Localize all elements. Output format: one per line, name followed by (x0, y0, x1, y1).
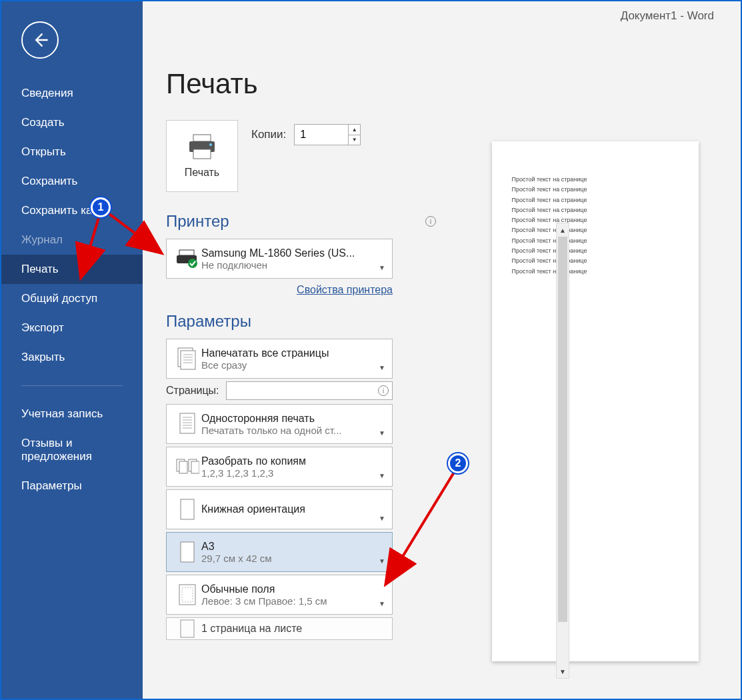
per-sheet-icon (179, 619, 196, 639)
back-button[interactable] (21, 21, 59, 59)
preview-line: Простой текст на странице (512, 205, 679, 215)
margins-sub: Левое: 3 см Правое: 1,5 см (201, 595, 385, 607)
backstage-sidebar: Сведения Создать Открыть Сохранить Сохра… (1, 1, 143, 699)
collate-sub: 1,2,3 1,2,3 1,2,3 (201, 467, 385, 479)
svg-rect-22 (191, 461, 199, 473)
spin-up-icon[interactable]: ▲ (348, 125, 360, 135)
svg-rect-23 (181, 499, 194, 519)
scroll-thumb[interactable] (558, 237, 567, 622)
svg-point-6 (188, 259, 197, 268)
pages-input[interactable] (226, 381, 393, 400)
chevron-down-icon: ▼ (379, 515, 385, 522)
chevron-down-icon: ▼ (379, 472, 385, 479)
svg-rect-13 (180, 413, 195, 433)
duplex-selector[interactable]: Односторонняя печать Печатать только на … (166, 404, 393, 444)
window-title: Документ1 - Word (621, 9, 714, 23)
pages-per-sheet-selector[interactable]: 1 страница на листе (166, 617, 393, 640)
settings-section-title: Параметры (166, 312, 251, 331)
nav-separator (21, 385, 123, 386)
nav-item-save[interactable]: Сохранить (1, 167, 143, 196)
print-preview: Простой текст на странице Простой текст … (436, 1, 741, 699)
printer-status: Не подключен (201, 259, 385, 271)
preview-line: Простой текст на странице (512, 225, 679, 235)
paper-sub: 29,7 см x 42 см (201, 553, 385, 564)
margins-selector[interactable]: Обычные поля Левое: 3 см Правое: 1,5 см … (166, 575, 393, 615)
nav-item-history: Журнал (1, 225, 143, 255)
nav-item-close[interactable]: Закрыть (1, 343, 143, 372)
svg-rect-20 (179, 461, 187, 473)
nav-item-account[interactable]: Учетная запись (1, 399, 143, 429)
paper-size-selector[interactable]: A3 29,7 см x 42 см ▼ (166, 532, 393, 572)
collate-icon (175, 457, 199, 477)
svg-rect-2 (193, 149, 211, 159)
print-button[interactable]: Печать (166, 120, 238, 192)
chevron-down-icon: ▼ (379, 600, 385, 607)
scroll-down-icon[interactable]: ▼ (557, 665, 569, 678)
preview-line: Простой текст на странице (512, 195, 679, 205)
print-range-main: Напечатать все страницы (201, 347, 385, 359)
chevron-down-icon: ▼ (379, 264, 385, 271)
preview-line: Простой текст на странице (512, 185, 679, 195)
pages-label: Страницы: (166, 385, 219, 397)
nav-item-open[interactable]: Открыть (1, 137, 143, 167)
settings-scrollbar[interactable]: ▲ ▼ (556, 223, 569, 679)
orientation-icon (179, 498, 196, 521)
preview-line: Простой текст на странице (512, 267, 679, 277)
nav-item-print[interactable]: Печать (1, 255, 143, 284)
annotation-badge-2: 2 (448, 453, 468, 473)
orientation-selector[interactable]: Книжная ориентация ▼ (166, 489, 393, 529)
orientation-main: Книжная ориентация (201, 490, 385, 529)
arrow-left-icon (31, 31, 49, 49)
preview-line: Простой текст на странице (512, 246, 679, 256)
copies-spinner[interactable]: ▲ ▼ (294, 124, 361, 145)
info-icon[interactable]: i (425, 216, 436, 227)
annotation-badge-1: 1 (91, 197, 111, 217)
printer-properties-link[interactable]: Свойства принтера (166, 284, 393, 296)
preview-line: Простой текст на странице (512, 175, 679, 185)
main-area: Документ1 - Word Печать Печать Копии: (143, 1, 741, 699)
print-range-selector[interactable]: Напечатать все страницы Все сразу ▼ (166, 339, 393, 379)
nav-item-share[interactable]: Общий доступ (1, 284, 143, 313)
spin-down-icon[interactable]: ▼ (348, 135, 360, 145)
preview-page: Простой текст на странице Простой текст … (492, 141, 699, 661)
info-icon[interactable]: i (378, 385, 389, 396)
per-sheet-main: 1 страница на листе (201, 617, 385, 640)
svg-rect-24 (181, 542, 194, 562)
printer-name: Samsung ML-1860 Series (US... (201, 247, 385, 259)
margins-icon (178, 583, 197, 606)
collate-main: Разобрать по копиям (201, 455, 385, 467)
svg-rect-0 (193, 135, 211, 141)
duplex-sub: Печатать только на одной ст... (201, 425, 385, 436)
paper-main: A3 (201, 541, 385, 553)
margins-main: Обычные поля (201, 583, 385, 595)
duplex-main: Односторонняя печать (201, 413, 385, 425)
print-button-label: Печать (185, 167, 219, 179)
copies-label: Копии: (251, 128, 286, 141)
printer-section-title: Принтер (166, 212, 229, 231)
chevron-down-icon: ▼ (379, 364, 385, 371)
preview-line: Простой текст на странице (512, 215, 679, 225)
chevron-down-icon: ▼ (379, 557, 385, 565)
nav-item-options[interactable]: Параметры (1, 471, 143, 501)
scroll-up-icon[interactable]: ▲ (557, 223, 569, 237)
print-range-sub: Все сразу (201, 359, 385, 371)
nav-item-export[interactable]: Экспорт (1, 313, 143, 343)
collate-selector[interactable]: Разобрать по копиям 1,2,3 1,2,3 1,2,3 ▼ (166, 447, 393, 487)
printer-selector[interactable]: Samsung ML-1860 Series (US... Не подключ… (166, 239, 393, 279)
nav-item-save-as[interactable]: Сохранить как (1, 196, 143, 225)
pages-icon (177, 347, 198, 371)
paper-icon (179, 541, 196, 563)
preview-line: Простой текст на странице (512, 256, 679, 266)
printer-icon (187, 133, 217, 160)
svg-rect-27 (181, 620, 194, 637)
nav-item-info[interactable]: Сведения (1, 79, 143, 108)
preview-line: Простой текст на странице (512, 236, 679, 246)
nav-list: Сведения Создать Открыть Сохранить Сохра… (1, 79, 143, 501)
nav-item-feedback[interactable]: Отзывы и предложения (1, 429, 143, 471)
svg-point-3 (209, 143, 212, 146)
print-settings-panel: Печать Печать Копии: (143, 1, 436, 699)
page-title: Печать (166, 68, 436, 100)
printer-status-icon (175, 249, 199, 269)
nav-item-new[interactable]: Создать (1, 108, 143, 137)
svg-rect-4 (179, 250, 194, 255)
